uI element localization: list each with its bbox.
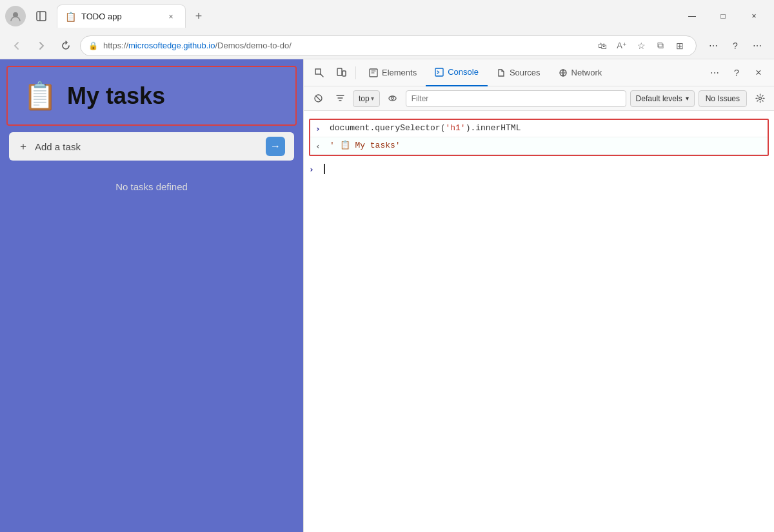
back-button[interactable] (6, 35, 27, 56)
console-output-text: ' 📋 My tasks' (330, 140, 401, 152)
read-aloud-icon[interactable]: A⁺ (613, 37, 630, 54)
split-screen-icon[interactable]: ⧉ (652, 37, 669, 54)
todo-title: My tasks (67, 83, 165, 110)
add-task-bar: ＋ Add a task → (9, 132, 294, 161)
window-controls: — □ × (677, 6, 769, 26)
issues-button[interactable]: No Issues (699, 90, 747, 107)
devtools-tabs: Elements Console Sources Network (360, 59, 703, 86)
svg-rect-4 (337, 68, 342, 75)
tab-sources[interactable]: Sources (488, 59, 550, 86)
context-selector[interactable]: top ▾ (353, 90, 380, 107)
svg-line-10 (316, 96, 321, 101)
tab-network-label: Network (571, 68, 602, 77)
clear-console-button[interactable] (309, 90, 327, 108)
svg-point-13 (759, 97, 761, 100)
console-output-arrow: ‹ (315, 140, 327, 151)
console-settings-button[interactable] (751, 90, 769, 108)
issues-label: No Issues (706, 94, 740, 103)
refresh-button[interactable] (55, 35, 76, 56)
empty-state: No tasks defined (0, 166, 303, 532)
todo-header-icon: 📋 (23, 80, 57, 112)
devtools-panel: Elements Console Sources Network (303, 59, 774, 532)
extensions-button[interactable]: ⋯ (703, 35, 724, 56)
device-toolbar-button[interactable] (331, 63, 352, 83)
log-levels-selector[interactable]: Default levels ▾ (630, 90, 695, 107)
tab-network[interactable]: Network (550, 59, 611, 86)
svg-rect-1 (37, 12, 46, 21)
close-devtools-button[interactable]: × (748, 63, 769, 83)
address-action-icons: 🛍 A⁺ ☆ ⧉ ⊞ (594, 37, 688, 54)
tab-elements[interactable]: Elements (360, 59, 426, 86)
console-filter-input[interactable] (406, 90, 626, 107)
address-field[interactable]: 🔒 https://microsoftedge.github.io/Demos/… (80, 35, 697, 56)
close-window-button[interactable]: × (739, 6, 769, 26)
console-input-arrow: › (315, 123, 327, 133)
new-tab-button[interactable]: + (188, 6, 209, 26)
tab-console[interactable]: Console (426, 59, 488, 86)
bag-icon[interactable]: 🛍 (594, 37, 611, 54)
levels-label: Default levels (636, 94, 682, 103)
console-input-entry: › document.querySelector('h1').innerHTML (310, 120, 768, 137)
eye-button[interactable] (384, 90, 402, 108)
maximize-button[interactable]: □ (708, 6, 738, 26)
context-label: top (359, 94, 370, 103)
filter-toggle-button[interactable] (331, 90, 349, 108)
svg-point-11 (389, 96, 396, 101)
sidebar-toggle-button[interactable] (31, 6, 52, 26)
console-output-entry: ‹ ' 📋 My tasks' (310, 137, 768, 155)
empty-text: No tasks defined (115, 181, 188, 192)
tab-bar: 📋 TODO app × + (57, 5, 672, 28)
console-input-text: document.querySelector('h1').innerHTML (330, 123, 521, 134)
svg-rect-5 (342, 71, 346, 76)
console-command: document.querySelector('h1').innerHTML (330, 123, 521, 133)
console-input-line: › (304, 161, 774, 177)
settings-button[interactable]: ⋯ (747, 35, 768, 56)
context-arrow-icon: ▾ (371, 95, 374, 102)
devtools-help-button[interactable]: ? (726, 63, 747, 83)
tab-sources-label: Sources (510, 68, 541, 77)
address-bar: 🔒 https://microsoftedge.github.io/Demos/… (0, 32, 774, 59)
toolbar-divider (355, 66, 356, 79)
browser-toolbar: ⋯ ? ⋯ (703, 35, 768, 56)
more-tabs-button[interactable]: ⋯ (704, 63, 725, 83)
console-output: › document.querySelector('h1').innerHTML… (304, 111, 774, 532)
minimize-button[interactable]: — (677, 6, 707, 26)
main-content: 📋 My tasks ＋ Add a task → No tasks defin… (0, 59, 774, 532)
console-cursor[interactable] (324, 164, 325, 174)
todo-header: 📋 My tasks (6, 66, 297, 126)
inspect-element-button[interactable] (309, 63, 330, 83)
help-button[interactable]: ? (725, 35, 746, 56)
tab-close-button[interactable]: × (164, 10, 177, 23)
tab-favicon: 📋 (65, 12, 76, 22)
console-toolbar: top ▾ Default levels ▾ No Issues (304, 86, 774, 111)
title-bar: 📋 TODO app × + — □ × (0, 0, 774, 32)
favorites-icon[interactable]: ☆ (633, 37, 650, 54)
add-icon: ＋ (18, 140, 28, 153)
tab-elements-label: Elements (382, 68, 417, 77)
svg-point-12 (392, 97, 394, 100)
console-prompt-icon: › (309, 164, 321, 174)
levels-arrow-icon: ▾ (686, 95, 689, 102)
todo-app: 📋 My tasks ＋ Add a task → No tasks defin… (0, 59, 303, 532)
console-result-highlight: › document.querySelector('h1').innerHTML… (309, 119, 769, 156)
forward-button[interactable] (31, 35, 52, 56)
collections-icon[interactable]: ⊞ (671, 37, 688, 54)
tab-title: TODO app (81, 12, 159, 21)
address-text: https://microsoftedge.github.io/Demos/de… (103, 41, 589, 50)
devtools-toolbar: Elements Console Sources Network (304, 59, 774, 86)
active-tab[interactable]: 📋 TODO app × (57, 5, 186, 28)
tab-console-label: Console (448, 67, 479, 77)
add-task-button[interactable]: → (266, 137, 285, 156)
profile-avatar[interactable] (5, 6, 26, 26)
add-task-label: Add a task (35, 141, 259, 152)
browser-window: 📋 TODO app × + — □ × 🔒 https://microsoft… (0, 0, 774, 532)
lock-icon: 🔒 (88, 41, 98, 50)
svg-rect-3 (315, 69, 321, 74)
